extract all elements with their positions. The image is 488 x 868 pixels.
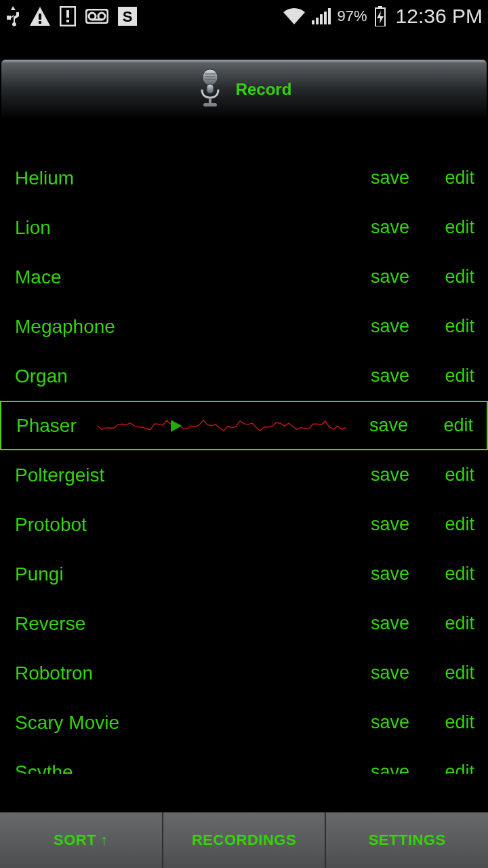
effect-name: Reverse [15, 613, 371, 635]
svg-rect-3 [66, 10, 69, 18]
svg-rect-13 [320, 14, 323, 24]
save-button[interactable]: save [371, 366, 409, 387]
edit-button[interactable]: edit [435, 217, 474, 238]
effect-row[interactable]: Phasersaveedit [0, 401, 488, 450]
save-button[interactable]: save [371, 167, 409, 189]
svg-rect-15 [328, 8, 331, 24]
effect-name: Phaser [16, 415, 91, 437]
svg-rect-21 [203, 103, 217, 106]
edit-button[interactable]: edit [435, 762, 474, 774]
nav-sort-label: SORT [54, 831, 96, 849]
edit-button[interactable]: edit [435, 564, 474, 585]
voicemail-icon [85, 9, 108, 24]
effect-row[interactable]: Organsaveedit [0, 351, 488, 401]
svg-point-18 [203, 69, 218, 85]
nav-settings[interactable]: SETTINGS [326, 812, 488, 868]
effect-list: HeliumsaveeditLionsaveeditMacesaveeditMe… [0, 153, 488, 774]
edit-button[interactable]: edit [434, 415, 473, 436]
battery-percent: 97% [338, 7, 367, 25]
edit-button[interactable]: edit [435, 613, 474, 634]
warning-icon [30, 7, 50, 26]
save-button[interactable]: save [371, 564, 409, 585]
save-button[interactable]: save [371, 217, 409, 238]
effect-name: Organ [15, 366, 371, 387]
svg-rect-1 [39, 21, 41, 24]
nav-recordings-label: RECORDINGS [192, 831, 296, 849]
clock-time: 12:36 PM [396, 5, 483, 28]
svg-rect-0 [39, 14, 41, 20]
edit-button[interactable]: edit [435, 465, 474, 486]
svg-rect-12 [316, 18, 319, 24]
save-button[interactable]: save [371, 712, 409, 733]
nav-sort[interactable]: SORT ↑ [0, 812, 162, 868]
edit-button[interactable]: edit [435, 514, 474, 535]
effect-name: Helium [15, 167, 371, 189]
wifi-icon [283, 8, 305, 24]
arrow-up-icon: ↑ [100, 831, 108, 849]
effect-name: Pungi [15, 564, 371, 585]
nav-settings-label: SETTINGS [369, 831, 446, 849]
sim-alert-icon [60, 6, 76, 26]
save-button[interactable]: save [371, 465, 409, 486]
svg-rect-19 [207, 84, 214, 94]
save-button[interactable]: save [371, 267, 409, 288]
effect-name: Megaphone [15, 316, 371, 338]
save-button[interactable]: save [371, 762, 409, 774]
edit-button[interactable]: edit [435, 663, 474, 684]
svg-text:S: S [123, 8, 133, 25]
save-button[interactable]: save [371, 514, 409, 535]
svg-rect-20 [209, 98, 211, 103]
svg-rect-17 [378, 6, 382, 8]
edit-button[interactable]: edit [435, 712, 474, 733]
save-button[interactable]: save [371, 663, 409, 684]
app-s-icon: S [118, 7, 137, 26]
signal-icon [312, 8, 331, 24]
save-button[interactable]: save [369, 415, 408, 436]
edit-button[interactable]: edit [435, 366, 474, 387]
effect-row[interactable]: Heliumsaveedit [0, 153, 488, 203]
usb-icon [5, 6, 20, 26]
effect-name: Lion [15, 217, 371, 239]
effect-row[interactable]: Macesaveedit [0, 252, 488, 302]
edit-button[interactable]: edit [435, 316, 474, 337]
record-label: Record [236, 80, 292, 99]
effect-row[interactable]: Robotronsaveedit [0, 648, 488, 698]
svg-rect-11 [312, 20, 314, 24]
effect-row[interactable]: Protobotsaveedit [0, 500, 488, 549]
edit-button[interactable]: edit [435, 267, 474, 288]
edit-button[interactable]: edit [435, 167, 474, 189]
effect-row[interactable]: Reversesaveedit [0, 599, 488, 648]
save-button[interactable]: save [371, 613, 409, 634]
effect-name: Robotron [15, 663, 371, 684]
svg-rect-4 [66, 20, 69, 22]
effect-row[interactable]: Scythesaveedit [0, 747, 488, 774]
save-button[interactable]: save [371, 316, 409, 337]
effect-row[interactable]: Megaphonesaveedit [0, 302, 488, 351]
effect-name: Poltergeist [15, 465, 371, 486]
status-bar: S 97% 12:36 PM [0, 0, 488, 33]
effect-row[interactable]: Poltergeistsaveedit [0, 450, 488, 500]
effect-name: Scary Movie [15, 712, 371, 734]
bottom-nav: SORT ↑ RECORDINGS SETTINGS [0, 812, 488, 868]
effect-row[interactable]: Pungisaveedit [0, 549, 488, 599]
waveform-icon [98, 416, 348, 436]
effect-name: Protobot [15, 514, 371, 536]
svg-rect-14 [324, 12, 327, 24]
effect-row[interactable]: Scary Moviesaveedit [0, 698, 488, 747]
effect-name: Scythe [15, 762, 371, 774]
effect-name: Mace [15, 267, 371, 288]
microphone-icon [197, 69, 224, 110]
nav-recordings[interactable]: RECORDINGS [163, 812, 325, 868]
battery-charging-icon [374, 6, 386, 26]
effect-row[interactable]: Lionsaveedit [0, 203, 488, 252]
record-button[interactable]: Record [1, 60, 487, 119]
